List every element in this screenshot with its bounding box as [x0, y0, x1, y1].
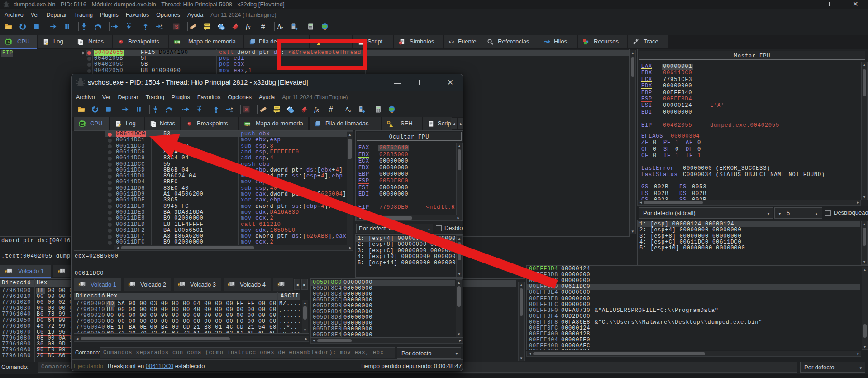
scroll-down-arrow-icon[interactable]: ▼ — [456, 332, 462, 337]
hash-icon[interactable]: # — [327, 105, 335, 113]
scroll-down-arrow-icon[interactable]: ▼ — [630, 229, 635, 234]
arg-count-spinner[interactable]: ▼5▲ — [774, 207, 822, 219]
scrollbar-thumb[interactable] — [644, 201, 703, 204]
tab-recursos[interactable]: Recursos — [578, 35, 627, 48]
command-input[interactable]: Comandos separados con coma (como instru… — [100, 347, 395, 358]
close-button[interactable]: ✕ — [853, 0, 858, 8]
step-out-icon[interactable] — [142, 23, 149, 30]
scroll-left-arrow-icon[interactable]: ◄ — [311, 338, 317, 343]
inner-stack-hscroll[interactable]: ◄► — [310, 338, 463, 344]
scrollbar-thumb[interactable] — [631, 57, 634, 77]
bullet-dot[interactable] — [87, 57, 91, 61]
font-icon[interactable]: Az — [276, 23, 284, 30]
scroll-left-arrow-icon[interactable]: ◄ — [115, 245, 120, 250]
callconv-combo[interactable]: Por defect▼ — [356, 224, 394, 233]
tab-breakpoints[interactable]: Breakpoints — [181, 117, 238, 130]
bullet-dot[interactable] — [108, 163, 112, 167]
outer-bottom-combo[interactable]: Por defecto▼ — [800, 362, 865, 373]
scroll-right-arrow-icon[interactable]: ► — [456, 215, 461, 220]
scrollbar-thumb[interactable] — [863, 69, 866, 96]
scroll-left-arrow-icon[interactable]: ◄ — [527, 351, 533, 356]
stop-icon[interactable] — [105, 105, 112, 113]
label-icon[interactable] — [217, 23, 225, 30]
script-s-icon[interactable]: S — [172, 23, 180, 30]
calculator-icon[interactable] — [374, 105, 382, 113]
scrollbar-thumb[interactable] — [457, 286, 461, 307]
dump-tab-5[interactable] — [273, 278, 293, 291]
inner-stack-vscroll[interactable]: ▲▼ — [456, 279, 462, 337]
scrollbar-thumb[interactable] — [458, 242, 461, 260]
step-out-icon[interactable] — [212, 105, 220, 113]
label-icon[interactable] — [286, 105, 294, 113]
tab-mapa-de-memoria[interactable]: Mapa de memoria — [239, 117, 308, 130]
scroll-down-arrow-icon[interactable]: ▼ — [862, 195, 867, 200]
open-folder-icon[interactable] — [5, 23, 12, 30]
dump-tab-3[interactable]: Volcado 3 — [174, 278, 221, 291]
scroll-up-arrow-icon[interactable]: ▲ — [457, 144, 462, 148]
scroll-down-arrow-icon[interactable]: ▼ — [862, 259, 867, 264]
outer-regs-vscroll[interactable]: ▲▼ — [861, 62, 868, 200]
tab-script[interactable]: Script — [423, 117, 452, 130]
scroll-up-arrow-icon[interactable]: ▲ — [302, 301, 308, 306]
step-into-icon[interactable] — [80, 23, 88, 30]
bullet-dot[interactable] — [87, 69, 91, 73]
outer-stack-vscroll[interactable]: ▲▼ — [862, 267, 868, 350]
status-address-link[interactable]: 00611DC0 — [146, 363, 173, 369]
scroll-right-arrow-icon[interactable]: ► — [304, 336, 309, 341]
maximize-button[interactable] — [825, 2, 830, 6]
scroll-down-arrow-icon[interactable]: ▼ — [302, 328, 308, 333]
inner-dump-vscroll[interactable]: ▲▼ — [302, 300, 308, 333]
scroll-right-arrow-icon[interactable]: ► — [458, 338, 463, 343]
scroll-up-arrow-icon[interactable]: ▲ — [347, 132, 353, 137]
inner-disasm-vscroll[interactable]: ▲▼ — [347, 131, 353, 250]
bullet-dot[interactable] — [108, 139, 112, 143]
spinner-up-icon[interactable]: ▲ — [815, 212, 818, 216]
dump-tab-4[interactable]: Volcado 4 — [224, 278, 271, 291]
scroll-up-arrow-icon[interactable]: ▲ — [630, 51, 635, 56]
restart-icon[interactable] — [91, 105, 99, 113]
outer-dump-vscroll[interactable]: ▲▼ — [518, 282, 525, 361]
scroll-left-arrow-icon[interactable]: ◄ — [75, 336, 80, 341]
menu-item-ver[interactable]: Ver — [31, 10, 39, 20]
bullet-dot[interactable] — [108, 187, 112, 191]
bullet-dot[interactable] — [108, 223, 112, 227]
scroll-up-arrow-icon[interactable]: ▲ — [862, 222, 867, 227]
scrollbar-thumb[interactable] — [121, 246, 254, 249]
scroll-right-arrow-icon[interactable]: ► — [855, 200, 861, 205]
tab-breakpoints[interactable]: Breakpoints — [113, 35, 168, 48]
open-folder-icon[interactable] — [77, 105, 85, 113]
tab-hilos[interactable]: Hilos — [539, 35, 577, 48]
step-over-icon[interactable] — [165, 105, 173, 113]
inner-regs-vscroll[interactable]: ▲▼ — [456, 143, 463, 220]
scroll-up-arrow-icon[interactable]: ▲ — [862, 268, 868, 273]
callconv-combo[interactable]: Por defecto (stdcall)▼ — [639, 207, 773, 219]
breakpoint-dot[interactable] — [108, 133, 112, 137]
maximize-button[interactable] — [419, 80, 424, 85]
scrollbar-thumb[interactable] — [520, 288, 523, 316]
menu-item-archivo[interactable]: Archivo — [76, 92, 95, 103]
inner-disasm-hscroll[interactable]: ◄► — [114, 245, 353, 251]
minimize-button[interactable] — [797, 5, 803, 5]
tab-scroll-right[interactable]: ► — [458, 118, 463, 129]
outer-disasm-vscroll[interactable]: ▲▼ — [630, 50, 636, 234]
tab-mapa-de-memoria[interactable]: Mapa de memoria — [169, 35, 243, 48]
step-into-icon[interactable] — [152, 105, 159, 113]
comment-icon[interactable] — [273, 105, 281, 113]
outer-stack-hscroll[interactable]: ◄► — [526, 351, 861, 357]
fpu-toggle-button[interactable]: Ocultar FPU — [357, 132, 462, 141]
globe-icon[interactable] — [388, 105, 396, 113]
pause-icon[interactable] — [135, 105, 143, 113]
breakpoint-dot[interactable] — [87, 51, 91, 55]
restart-icon[interactable] — [19, 23, 26, 30]
calculator-icon[interactable] — [307, 23, 315, 30]
scroll-up-arrow-icon[interactable]: ▲ — [457, 236, 462, 241]
dump-tab-1[interactable]: Volcado 1 — [0, 265, 51, 277]
dump-tab-1[interactable]: Volcado 1 — [74, 278, 121, 291]
ribbon-icon[interactable] — [300, 105, 308, 113]
tab-seh[interactable]: !SEH — [382, 117, 422, 130]
run-to-user-icon[interactable] — [196, 105, 203, 113]
bullet-dot[interactable] — [87, 63, 91, 67]
outer-regs-hscroll[interactable]: ◄► — [637, 200, 861, 206]
scrollbar-thumb[interactable] — [863, 228, 866, 246]
scroll-left-arrow-icon[interactable]: ◄ — [638, 200, 644, 205]
